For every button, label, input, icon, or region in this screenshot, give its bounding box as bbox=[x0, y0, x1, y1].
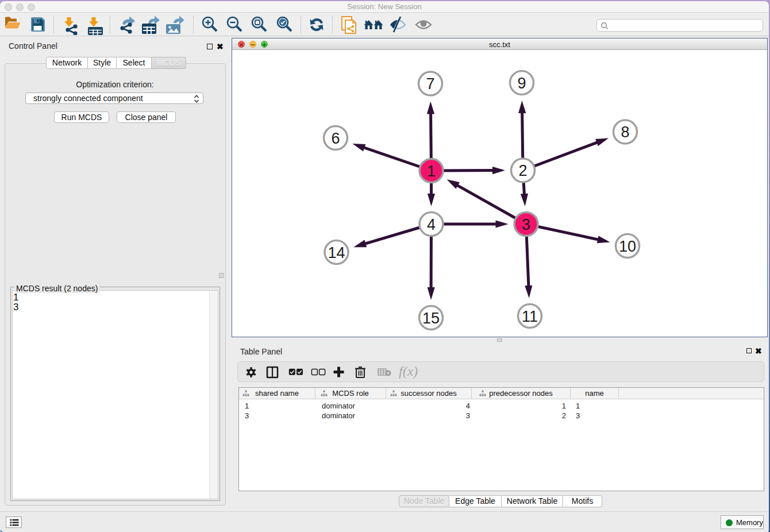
svg-text:9: 9 bbox=[517, 75, 526, 92]
svg-text:2: 2 bbox=[518, 162, 527, 179]
svg-text:7: 7 bbox=[426, 75, 434, 92]
svg-text:6: 6 bbox=[331, 130, 340, 147]
svg-text:3: 3 bbox=[522, 216, 530, 233]
svg-text:10: 10 bbox=[619, 238, 636, 255]
svg-text:8: 8 bbox=[621, 124, 629, 141]
svg-text:15: 15 bbox=[422, 310, 440, 327]
svg-text:11: 11 bbox=[522, 308, 538, 325]
svg-text:1: 1 bbox=[427, 163, 436, 180]
svg-text:4: 4 bbox=[427, 216, 436, 233]
svg-text:14: 14 bbox=[328, 244, 345, 261]
